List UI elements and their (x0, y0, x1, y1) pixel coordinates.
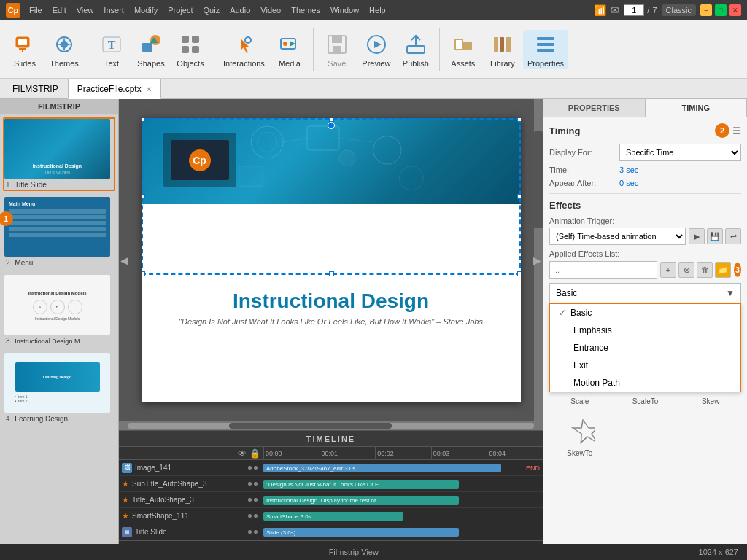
dropdown-item-motionpath[interactable]: Motion Path (550, 374, 740, 392)
anim-trigger-select[interactable]: (Self) Time-based animation (549, 228, 686, 245)
menu-video[interactable]: Video (256, 4, 285, 16)
slide-thumb-img-3: Instructional Design Models A B C Instru… (4, 275, 110, 335)
menu-project[interactable]: Project (163, 4, 197, 16)
filmstrip-slide-4[interactable]: Learning Design • Item 1 • Item 2 4 Lear… (3, 351, 115, 425)
toolbar-library[interactable]: Library (484, 30, 522, 69)
toolbar-shapes[interactable]: Shapes (132, 30, 170, 69)
toolbar-media[interactable]: Media (271, 30, 309, 69)
effects-type-select[interactable]: Basic ▼ (549, 283, 741, 303)
slide-bg: Cp (142, 118, 521, 204)
toolbar-text[interactable]: T Text (93, 30, 131, 69)
svg-point-40 (338, 150, 355, 166)
appear-after-value[interactable]: 0 sec (619, 179, 638, 187)
connection-icon: 📶 (594, 4, 606, 16)
window-close[interactable]: ✕ (729, 4, 741, 16)
toolbar-preview[interactable]: Preview (357, 30, 395, 69)
timeline-row-0[interactable]: 🖼 Image_141 AdobeStock_370219467_edit:3.… (119, 460, 543, 476)
menu-view[interactable]: View (72, 4, 98, 16)
effects-badge: 3 (734, 262, 741, 277)
eye-icon[interactable]: 👁 (238, 448, 247, 459)
properties-icon (533, 31, 559, 58)
window-maximize[interactable]: □ (715, 4, 727, 16)
ae-delete-btn[interactable]: 🗑 (697, 262, 713, 278)
menu-window[interactable]: Window (326, 4, 363, 16)
ae-cancel-btn[interactable]: ⊗ (678, 262, 694, 278)
toolbar-slides[interactable]: Slides (6, 30, 44, 69)
timing-options-icon[interactable]: ☰ (732, 125, 741, 136)
filmstrip-slide-3[interactable]: Instructional Design Models A B C Instru… (3, 273, 115, 347)
anim-save-btn[interactable]: 💾 (707, 228, 723, 244)
menu-edit[interactable]: Edit (48, 4, 71, 16)
toolbar-assets[interactable]: Assets (444, 30, 482, 69)
ae-add-btn[interactable]: + (660, 262, 676, 278)
timeline-row-2[interactable]: ★ Title_AutoShape_3 Instructional Design… (119, 492, 543, 508)
text-label: Text (104, 59, 119, 68)
filmstrip-slide-2[interactable]: 1 Main Menu 2 Menu (3, 195, 115, 269)
view-mode[interactable]: Classic (662, 4, 696, 16)
menu-modify[interactable]: Modify (130, 4, 162, 16)
menu-insert[interactable]: Insert (99, 4, 128, 16)
window-minimize[interactable]: – (700, 4, 712, 16)
anim-undo-btn[interactable]: ↩ (725, 228, 741, 244)
dropdown-item-basic[interactable]: ✓ Basic (550, 304, 740, 322)
svg-rect-24 (407, 46, 425, 53)
props-tab-timing[interactable]: TIMING (646, 99, 748, 117)
canvas-main[interactable]: ◀ ▶ (119, 99, 543, 421)
filmstrip-scroll[interactable]: Instructional Design Title to Go Here 1 … (0, 114, 118, 560)
timeline-row-1[interactable]: ★ SubTitle_AutoShape_3 "Design Is Not Ju… (119, 476, 543, 492)
timing-time-row: Time: 3 sec (549, 166, 741, 174)
dropdown-item-emphasis[interactable]: Emphasis (550, 322, 740, 339)
slide-title-2: Menu (15, 259, 33, 267)
props-tab-properties[interactable]: PROPERTIES (543, 99, 646, 117)
display-for-select[interactable]: Specific Time Rest of Slide (619, 144, 741, 161)
file-tab[interactable]: PracticeFile.cptx ✕ (68, 79, 161, 99)
timeline-row-3[interactable]: ★ SmartShape_111 SmartShape:3.0s (119, 508, 543, 524)
svg-point-42 (399, 166, 423, 190)
file-tab-close[interactable]: ✕ (146, 85, 152, 93)
toolbar-publish[interactable]: Publish (397, 30, 435, 69)
toolbar-themes[interactable]: Themes (45, 30, 83, 69)
dropdown-item-exit[interactable]: Exit (550, 357, 740, 374)
dropdown-exit-label: Exit (573, 360, 588, 370)
canvas-hscroll[interactable] (119, 421, 543, 430)
canvas-scroll-right[interactable]: ▶ (533, 254, 541, 266)
toolbar-objects[interactable]: Objects (171, 30, 209, 69)
tl-bar-2: Instructional Design :Display for the re… (263, 496, 459, 505)
canvas-scroll-left[interactable]: ◀ (120, 254, 128, 266)
dropdown-item-entrance[interactable]: Entrance (550, 339, 740, 357)
text-icon: T (98, 31, 125, 58)
applied-effects-input[interactable] (549, 261, 657, 279)
title-bar-left: Cp File Edit View Insert Modify Project … (6, 3, 390, 18)
rotate-handle[interactable] (328, 122, 335, 129)
effect-skewto[interactable]: SkewTo (549, 413, 611, 460)
media-icon (276, 31, 303, 58)
ae-folder-btn[interactable]: 📁 (715, 262, 731, 278)
toolbar-properties[interactable]: Properties (523, 30, 568, 69)
toolbar-save[interactable]: Save (318, 30, 356, 69)
menu-help[interactable]: Help (365, 4, 390, 16)
slides-icon (12, 31, 38, 58)
menu-file[interactable]: File (25, 4, 47, 16)
menu-bar[interactable]: File Edit View Insert Modify Project Qui… (25, 4, 390, 16)
tl-bar-1: "Design Is Not Just What It Looks Like O… (263, 480, 459, 489)
time-value[interactable]: 3 sec (619, 166, 638, 174)
anim-play-btn[interactable]: ▶ (689, 228, 705, 244)
title-bar-right: 📶 ✉ / 7 Classic – □ ✕ (594, 4, 741, 16)
canvas-vscroll-thumb[interactable] (534, 131, 543, 228)
timeline-row-4[interactable]: ▦ Title Slide Slide (3.0s) (119, 524, 543, 540)
filmstrip-tab[interactable]: FILMSTRIP (3, 79, 68, 98)
menu-themes[interactable]: Themes (287, 4, 325, 16)
lock-icon[interactable]: 🔒 (249, 448, 260, 459)
time-value-area: 3 sec (619, 166, 638, 174)
toolbar-interactions[interactable]: Interactions (219, 30, 269, 69)
filmstrip-slide-1[interactable]: Instructional Design Title to Go Here 1 … (3, 117, 115, 191)
menu-audio[interactable]: Audio (225, 4, 255, 16)
slide-current-input[interactable] (624, 4, 644, 16)
slide-thumb-img-2: Main Menu (4, 197, 110, 257)
menu-quiz[interactable]: Quiz (199, 4, 225, 16)
props-divider-1 (549, 193, 741, 194)
slide-image-area[interactable]: Cp (142, 118, 521, 275)
hscroll-thumb[interactable] (229, 423, 392, 429)
properties-label: Properties (527, 59, 564, 68)
slide-num-1: 1 (6, 181, 10, 189)
